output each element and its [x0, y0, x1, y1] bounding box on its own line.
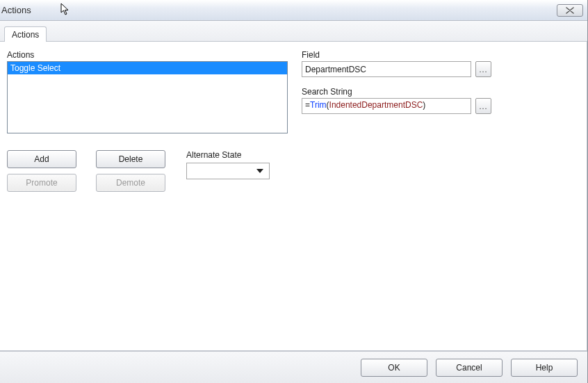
ok-button[interactable]: OK	[361, 359, 427, 377]
demote-button[interactable]: Demote	[96, 174, 165, 192]
delete-button[interactable]: Delete	[96, 150, 165, 168]
tab-panel: Actions Toggle Select Add Promote Delete…	[0, 42, 587, 351]
tab-actions[interactable]: Actions	[4, 26, 47, 42]
promote-button[interactable]: Promote	[7, 174, 76, 192]
tab-strip: Actions	[0, 21, 587, 42]
window-title: Actions	[1, 5, 31, 15]
field-label: Field	[302, 50, 578, 60]
alternate-state-label: Alternate State	[186, 150, 270, 160]
actions-label: Actions	[7, 50, 288, 60]
search-string-browse-button[interactable]: ...	[475, 98, 491, 114]
titlebar: Actions	[0, 0, 587, 21]
chevron-down-icon	[256, 169, 263, 173]
help-button[interactable]: Help	[511, 359, 578, 377]
search-string-label: Search String	[302, 87, 578, 97]
close-button[interactable]	[557, 4, 583, 17]
close-icon	[566, 7, 574, 14]
actions-list[interactable]: Toggle Select	[7, 61, 288, 133]
alternate-state-select[interactable]	[186, 163, 270, 179]
actions-column: Actions Toggle Select Add Promote Delete…	[7, 50, 288, 192]
field-column: Field ... Search String =Trim(IndentedDe…	[288, 50, 578, 192]
add-button[interactable]: Add	[7, 150, 76, 168]
cancel-button[interactable]: Cancel	[436, 359, 503, 377]
search-string-input[interactable]: =Trim(IndentedDepartmentDSC)	[302, 98, 471, 114]
mouse-cursor-icon	[60, 3, 70, 17]
dialog-button-bar: OK Cancel Help	[0, 351, 587, 383]
field-browse-button[interactable]: ...	[475, 61, 491, 77]
actions-list-item[interactable]: Toggle Select	[8, 62, 287, 74]
field-input[interactable]	[302, 61, 471, 77]
dialog-actions: Actions Actions Actions Toggle Select	[0, 0, 588, 383]
